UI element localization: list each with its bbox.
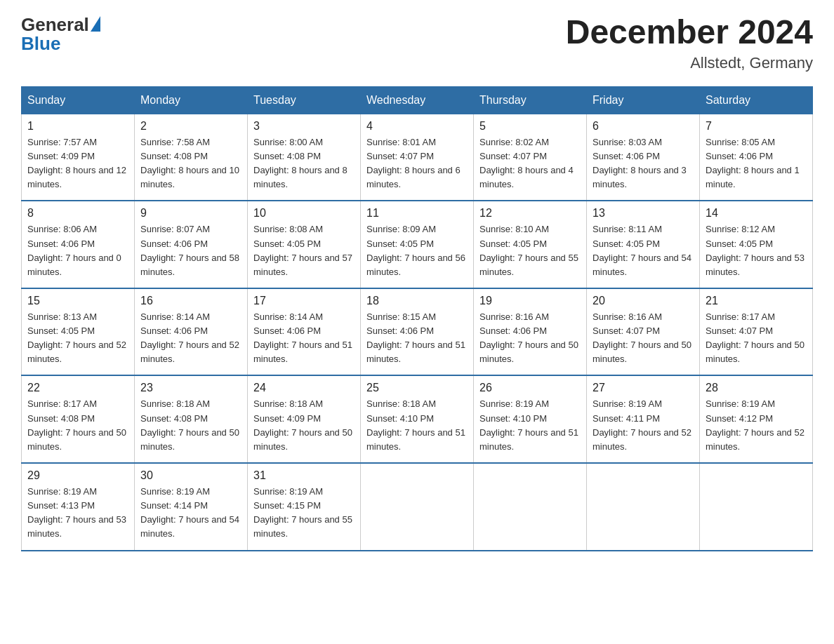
calendar-title: December 2024 [566, 14, 813, 51]
day-info: Sunrise: 8:18 AMSunset: 4:09 PMDaylight:… [253, 397, 355, 454]
calendar-cell: 8Sunrise: 8:06 AMSunset: 4:06 PMDaylight… [22, 201, 135, 288]
day-info: Sunrise: 8:01 AMSunset: 4:07 PMDaylight:… [366, 135, 468, 192]
day-number: 13 [593, 207, 694, 220]
calendar-cell: 9Sunrise: 8:07 AMSunset: 4:06 PMDaylight… [135, 201, 248, 288]
day-info: Sunrise: 8:13 AMSunset: 4:05 PMDaylight:… [27, 310, 128, 367]
day-number: 19 [479, 295, 581, 307]
day-info: Sunrise: 8:10 AMSunset: 4:05 PMDaylight:… [479, 222, 581, 279]
day-info: Sunrise: 8:06 AMSunset: 4:06 PMDaylight:… [27, 222, 128, 279]
day-of-week-monday: Monday [135, 86, 248, 114]
day-info: Sunrise: 8:12 AMSunset: 4:05 PMDaylight:… [706, 222, 807, 279]
day-info: Sunrise: 8:17 AMSunset: 4:07 PMDaylight:… [706, 310, 807, 367]
day-number: 6 [593, 120, 694, 133]
calendar-cell: 29Sunrise: 8:19 AMSunset: 4:13 PMDayligh… [22, 463, 135, 551]
day-info: Sunrise: 8:19 AMSunset: 4:13 PMDaylight:… [27, 485, 128, 542]
calendar-cell: 12Sunrise: 8:10 AMSunset: 4:05 PMDayligh… [474, 201, 587, 288]
day-number: 5 [479, 120, 581, 133]
calendar-subtitle: Allstedt, Germany [566, 54, 813, 72]
days-of-week-row: SundayMondayTuesdayWednesdayThursdayFrid… [22, 86, 813, 114]
day-number: 28 [706, 382, 807, 394]
day-number: 3 [253, 120, 355, 133]
day-number: 27 [593, 382, 694, 394]
calendar-cell [587, 463, 700, 551]
calendar-cell: 28Sunrise: 8:19 AMSunset: 4:12 PMDayligh… [700, 375, 813, 463]
calendar-cell: 21Sunrise: 8:17 AMSunset: 4:07 PMDayligh… [700, 288, 813, 376]
calendar-cell: 5Sunrise: 8:02 AMSunset: 4:07 PMDaylight… [474, 114, 587, 201]
calendar-cell: 23Sunrise: 8:18 AMSunset: 4:08 PMDayligh… [135, 375, 248, 463]
day-info: Sunrise: 8:11 AMSunset: 4:05 PMDaylight:… [593, 222, 694, 279]
calendar-cell: 7Sunrise: 8:05 AMSunset: 4:06 PMDaylight… [700, 114, 813, 201]
logo: General Blue [21, 14, 102, 55]
day-info: Sunrise: 8:14 AMSunset: 4:06 PMDaylight:… [140, 310, 241, 367]
calendar-cell: 15Sunrise: 8:13 AMSunset: 4:05 PMDayligh… [22, 288, 135, 376]
day-info: Sunrise: 8:19 AMSunset: 4:11 PMDaylight:… [593, 397, 694, 454]
day-number: 12 [479, 207, 581, 220]
day-number: 11 [366, 207, 468, 220]
day-info: Sunrise: 8:19 AMSunset: 4:10 PMDaylight:… [479, 397, 581, 454]
day-info: Sunrise: 8:17 AMSunset: 4:08 PMDaylight:… [27, 397, 128, 454]
day-number: 18 [366, 295, 468, 307]
calendar-cell [474, 463, 587, 551]
day-number: 15 [27, 295, 128, 307]
day-number: 8 [27, 207, 128, 220]
calendar-cell [700, 463, 813, 551]
day-info: Sunrise: 8:03 AMSunset: 4:06 PMDaylight:… [593, 135, 694, 192]
day-info: Sunrise: 8:14 AMSunset: 4:06 PMDaylight:… [253, 310, 355, 367]
calendar-cell: 18Sunrise: 8:15 AMSunset: 4:06 PMDayligh… [361, 288, 474, 376]
day-number: 10 [253, 207, 355, 220]
day-of-week-thursday: Thursday [474, 86, 587, 114]
day-info: Sunrise: 8:05 AMSunset: 4:06 PMDaylight:… [706, 135, 807, 192]
day-of-week-tuesday: Tuesday [248, 86, 361, 114]
logo-triangle-icon [91, 16, 100, 32]
day-number: 9 [140, 207, 241, 220]
calendar-week-5: 29Sunrise: 8:19 AMSunset: 4:13 PMDayligh… [22, 463, 813, 551]
day-info: Sunrise: 8:19 AMSunset: 4:15 PMDaylight:… [253, 485, 355, 542]
day-number: 4 [366, 120, 468, 133]
calendar-cell: 27Sunrise: 8:19 AMSunset: 4:11 PMDayligh… [587, 375, 700, 463]
day-number: 16 [140, 295, 241, 307]
day-of-week-friday: Friday [587, 86, 700, 114]
calendar-week-1: 1Sunrise: 7:57 AMSunset: 4:09 PMDaylight… [22, 114, 813, 201]
day-info: Sunrise: 8:00 AMSunset: 4:08 PMDaylight:… [253, 135, 355, 192]
day-info: Sunrise: 8:16 AMSunset: 4:07 PMDaylight:… [593, 310, 694, 367]
day-number: 26 [479, 382, 581, 394]
day-info: Sunrise: 8:18 AMSunset: 4:10 PMDaylight:… [366, 397, 468, 454]
page-header: General Blue December 2024 Allstedt, Ger… [21, 14, 813, 72]
calendar-cell: 2Sunrise: 7:58 AMSunset: 4:08 PMDaylight… [135, 114, 248, 201]
calendar-cell: 20Sunrise: 8:16 AMSunset: 4:07 PMDayligh… [587, 288, 700, 376]
day-info: Sunrise: 8:15 AMSunset: 4:06 PMDaylight:… [366, 310, 468, 367]
calendar-week-3: 15Sunrise: 8:13 AMSunset: 4:05 PMDayligh… [22, 288, 813, 376]
calendar-week-4: 22Sunrise: 8:17 AMSunset: 4:08 PMDayligh… [22, 375, 813, 463]
day-number: 24 [253, 382, 355, 394]
calendar-cell: 16Sunrise: 8:14 AMSunset: 4:06 PMDayligh… [135, 288, 248, 376]
calendar-cell: 19Sunrise: 8:16 AMSunset: 4:06 PMDayligh… [474, 288, 587, 376]
calendar-cell: 13Sunrise: 8:11 AMSunset: 4:05 PMDayligh… [587, 201, 700, 288]
calendar-cell: 30Sunrise: 8:19 AMSunset: 4:14 PMDayligh… [135, 463, 248, 551]
day-info: Sunrise: 8:09 AMSunset: 4:05 PMDaylight:… [366, 222, 468, 279]
calendar-cell: 17Sunrise: 8:14 AMSunset: 4:06 PMDayligh… [248, 288, 361, 376]
calendar-header: SundayMondayTuesdayWednesdayThursdayFrid… [22, 86, 813, 114]
calendar-title-block: December 2024 Allstedt, Germany [566, 14, 813, 72]
day-number: 25 [366, 382, 468, 394]
day-of-week-sunday: Sunday [22, 86, 135, 114]
day-number: 14 [706, 207, 807, 220]
calendar-cell [361, 463, 474, 551]
day-number: 2 [140, 120, 241, 133]
day-number: 31 [253, 469, 355, 482]
calendar-table: SundayMondayTuesdayWednesdayThursdayFrid… [21, 86, 813, 551]
calendar-cell: 10Sunrise: 8:08 AMSunset: 4:05 PMDayligh… [248, 201, 361, 288]
day-number: 21 [706, 295, 807, 307]
logo-blue-text: Blue [21, 33, 102, 55]
day-number: 23 [140, 382, 241, 394]
calendar-body: 1Sunrise: 7:57 AMSunset: 4:09 PMDaylight… [22, 114, 813, 550]
day-info: Sunrise: 8:18 AMSunset: 4:08 PMDaylight:… [140, 397, 241, 454]
calendar-week-2: 8Sunrise: 8:06 AMSunset: 4:06 PMDaylight… [22, 201, 813, 288]
day-number: 30 [140, 469, 241, 482]
day-info: Sunrise: 7:58 AMSunset: 4:08 PMDaylight:… [140, 135, 241, 192]
calendar-cell: 6Sunrise: 8:03 AMSunset: 4:06 PMDaylight… [587, 114, 700, 201]
day-of-week-saturday: Saturday [700, 86, 813, 114]
calendar-cell: 25Sunrise: 8:18 AMSunset: 4:10 PMDayligh… [361, 375, 474, 463]
day-number: 20 [593, 295, 694, 307]
day-number: 22 [27, 382, 128, 394]
day-number: 7 [706, 120, 807, 133]
